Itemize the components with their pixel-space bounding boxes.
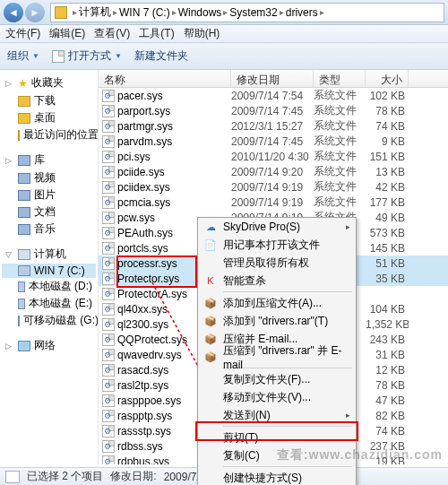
newfolder-button[interactable]: 新建文件夹 [134, 48, 188, 64]
organize-button[interactable]: 组织 ▼ [7, 48, 39, 64]
menu-file[interactable]: 文件(F) [5, 26, 40, 41]
sidebar-desktop[interactable]: 桌面 [2, 109, 96, 126]
ctx-compress-rar-email[interactable]: 📦压缩到 "drivers.rar" 并 E-mail [198, 348, 356, 366]
folder-icon [55, 6, 67, 19]
file-size: 145 KB [366, 242, 409, 255]
bc-system32[interactable]: System32 [229, 6, 277, 19]
sidebar-documents[interactable]: 文档 [2, 204, 96, 221]
menu-help[interactable]: 帮助(H) [184, 26, 220, 41]
file-name: pcw.sys [117, 212, 155, 224]
bc-drivers[interactable]: drivers [286, 6, 318, 19]
sys-file-icon [102, 242, 115, 255]
file-date: 2009/7/14 7:54 [231, 90, 314, 102]
sys-file-icon [102, 440, 115, 453]
sys-file-icon [102, 135, 115, 148]
sidebar-music[interactable]: 音乐 [2, 221, 96, 238]
sidebar-favorites[interactable]: ▷★收藏夹 [2, 74, 96, 92]
file-name: QQProtect.sys [117, 333, 187, 346]
file-name: raspptp.sys [117, 410, 172, 422]
ctx-takeown[interactable]: 管理员取得所有权 [198, 254, 356, 272]
sidebar: ▷★收藏夹 下载 桌面 最近访问的位置 ▷库 视频 图片 文档 音乐 ▽计算机 … [0, 70, 99, 464]
archive-icon: 📦 [203, 350, 218, 364]
sidebar-pictures[interactable]: 图片 [2, 186, 96, 204]
file-type: 系统文件 [314, 134, 366, 149]
notepad-icon: 📄 [203, 238, 218, 252]
sys-file-icon [102, 212, 115, 224]
file-date: 2009/7/14 7:45 [231, 105, 314, 117]
file-name: rdpbus.sys [117, 455, 169, 465]
nav-buttons: ◄ ► [4, 3, 45, 22]
sys-file-icon [102, 151, 115, 163]
file-name: pciide.sys [117, 166, 165, 178]
col-size[interactable]: 大小 [366, 70, 409, 87]
file-size: 1,352 KB [366, 318, 409, 331]
bc-drive[interactable]: WIN 7 (C:) [119, 6, 170, 19]
file-date: 2009/7/14 9:19 [231, 196, 314, 209]
bc-computer[interactable]: 计算机 [79, 4, 111, 20]
ctx-move-folder[interactable]: 移动到文件夹(V)... [198, 388, 356, 406]
ctx-cut[interactable]: 剪切(T) [198, 429, 356, 446]
sidebar-computer[interactable]: ▽计算机 [2, 245, 96, 264]
file-row[interactable]: pciide.sys2009/7/14 9:20系统文件13 KB [99, 164, 448, 179]
file-name: raspppoe.sys [117, 394, 181, 407]
file-size: 78 KB [366, 379, 409, 392]
file-row[interactable]: pacer.sys2009/7/14 7:54系统文件102 KB [99, 88, 448, 103]
sys-file-icon [102, 394, 115, 407]
file-icon [5, 471, 20, 483]
file-size: 47 KB [366, 394, 409, 407]
ctx-add-archive[interactable]: 📦添加到压缩文件(A)... [198, 294, 356, 312]
sidebar-drive-d[interactable]: 本地磁盘 (D:) [2, 278, 96, 295]
sys-file-icon [102, 227, 115, 239]
forward-button[interactable]: ► [25, 3, 45, 22]
status-selected: 已选择 2 个项目 [27, 469, 103, 484]
file-name: qwavedrv.sys [117, 349, 182, 361]
file-name: ql2300.sys [117, 318, 168, 331]
ctx-send-to[interactable]: 发送到(N)▸ [198, 406, 356, 424]
ctx-copy-folder[interactable]: 复制到文件夹(F)... [198, 370, 356, 388]
file-date: 2010/11/20 4:30 [231, 151, 314, 163]
file-name: rasl2tp.sys [117, 379, 168, 392]
menu-tools[interactable]: 工具(T) [139, 26, 174, 41]
openwith-button[interactable]: 打开方式 ▼ [52, 48, 122, 64]
col-type[interactable]: 类型 [314, 70, 366, 87]
file-row[interactable]: parvdm.sys2009/7/14 7:45系统文件9 KB [99, 134, 448, 149]
file-size: 177 KB [366, 196, 409, 209]
sidebar-videos[interactable]: 视频 [2, 169, 96, 186]
col-date[interactable]: 修改日期 [231, 70, 314, 87]
ctx-skydrive[interactable]: ☁SkyDrive Pro(S)▸ [198, 218, 356, 236]
sidebar-drive-e[interactable]: 本地磁盘 (E:) [2, 295, 96, 312]
file-size: 12 KB [366, 364, 409, 377]
file-size: 82 KB [366, 410, 409, 422]
ctx-scan[interactable]: K智能查杀 [198, 272, 356, 290]
ctx-add-rar[interactable]: 📦添加到 "drivers.rar"(T) [198, 312, 356, 330]
file-row[interactable]: pci.sys2010/11/20 4:30系统文件151 KB [99, 149, 448, 164]
sidebar-recent[interactable]: 最近访问的位置 [2, 126, 96, 143]
sys-file-icon [102, 257, 115, 270]
file-size: 49 KB [366, 212, 409, 224]
col-name[interactable]: 名称 [99, 70, 231, 87]
menu-view[interactable]: 查看(V) [94, 26, 130, 41]
file-name: parport.sys [117, 105, 170, 117]
menubar: 文件(F) 编辑(E) 查看(V) 工具(T) 帮助(H) [0, 25, 448, 43]
file-row[interactable]: partmgr.sys2012/3/1 15:27系统文件74 KB [99, 118, 448, 134]
file-row[interactable]: parport.sys2009/7/14 7:45系统文件78 KB [99, 103, 448, 118]
sidebar-network[interactable]: ▷网络 [2, 336, 96, 355]
sidebar-drive-c[interactable]: WIN 7 (C:) [2, 264, 96, 278]
menu-edit[interactable]: 编辑(E) [49, 26, 85, 41]
sidebar-libraries[interactable]: ▷库 [2, 151, 96, 169]
sys-file-icon [102, 105, 115, 117]
back-button[interactable]: ◄ [4, 3, 23, 22]
file-name: pci.sys [117, 151, 151, 163]
file-row[interactable]: pcmcia.sys2009/7/14 9:19系统文件177 KB [99, 195, 448, 210]
ctx-notepad[interactable]: 📄用记事本打开该文件 [198, 236, 356, 254]
sidebar-downloads[interactable]: 下载 [2, 92, 96, 109]
file-row[interactable]: pciidex.sys2009/7/14 9:19系统文件42 KB [99, 179, 448, 195]
file-name: parvdm.sys [117, 135, 172, 148]
sidebar-drive-g[interactable]: 可移动磁盘 (G:) [2, 312, 96, 329]
sys-file-icon [102, 273, 115, 285]
file-name: ql40xx.sys [117, 303, 168, 316]
sys-file-icon [102, 349, 115, 361]
bc-windows[interactable]: Windows [178, 6, 222, 19]
ctx-shortcut[interactable]: 创建快捷方式(S) [198, 469, 356, 485]
breadcrumb[interactable]: ▸ 计算机▸ WIN 7 (C:)▸ Windows▸ System32▸ dr… [50, 3, 444, 22]
